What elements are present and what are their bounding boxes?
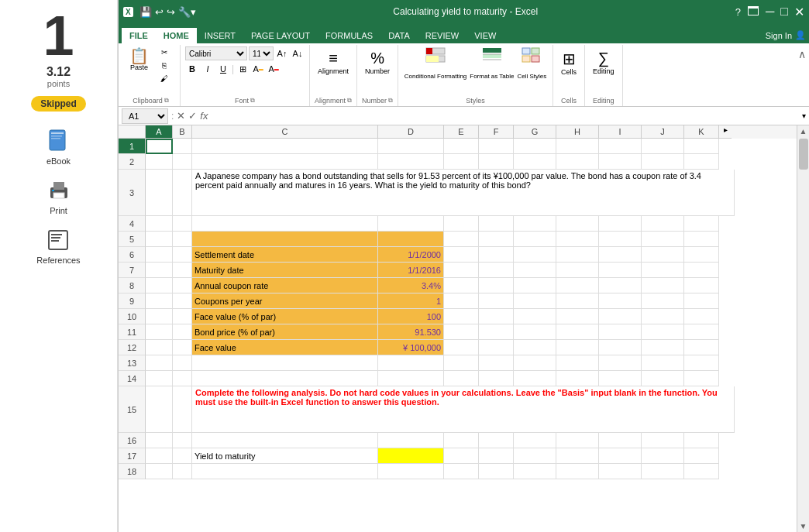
cell-g2[interactable] (514, 154, 556, 170)
cell-g18[interactable] (514, 464, 556, 479)
cell-b5[interactable] (173, 232, 192, 247)
bold-button[interactable]: B (185, 62, 199, 76)
cell-h11[interactable] (556, 324, 599, 340)
cell-j17[interactable] (642, 448, 684, 464)
cell-e1[interactable] (444, 139, 479, 154)
cell-i13[interactable] (599, 355, 642, 371)
tab-data[interactable]: DATA (380, 28, 418, 43)
clipboard-launcher-icon[interactable]: ⧉ (164, 97, 169, 105)
col-header-g[interactable]: G (514, 125, 556, 139)
cell-k17[interactable] (684, 448, 719, 464)
cell-b9[interactable] (173, 293, 192, 309)
cell-h10[interactable] (556, 309, 599, 324)
cell-f16[interactable] (479, 433, 514, 448)
cell-c11[interactable]: Bond price (% of par) (192, 324, 378, 340)
cell-f12[interactable] (479, 340, 514, 355)
cell-a5[interactable] (146, 232, 173, 247)
cell-d13[interactable] (378, 355, 444, 371)
cell-e12[interactable] (444, 340, 479, 355)
cell-e14[interactable] (444, 371, 479, 386)
cell-k1[interactable] (684, 139, 719, 154)
cell-d14[interactable] (378, 371, 444, 386)
cell-d12[interactable]: ¥ 100,000 (378, 340, 444, 355)
confirm-formula-button[interactable]: ✓ (188, 110, 197, 122)
cell-c13[interactable] (192, 355, 378, 371)
cell-b4[interactable] (173, 216, 192, 232)
cell-j18[interactable] (642, 464, 684, 479)
font-name-select[interactable]: Calibri (185, 46, 247, 60)
cell-h18[interactable] (556, 464, 599, 479)
font-color-button[interactable]: A▬ (267, 62, 281, 76)
cell-h8[interactable] (556, 278, 599, 293)
formula-input[interactable] (211, 111, 799, 122)
cell-g13[interactable] (514, 355, 556, 371)
cell-j13[interactable] (642, 355, 684, 371)
cell-j2[interactable] (642, 154, 684, 170)
close-button[interactable]: ✕ (794, 5, 804, 19)
col-header-j[interactable]: J (642, 125, 684, 139)
cell-i11[interactable] (599, 324, 642, 340)
col-header-b[interactable]: B (173, 125, 192, 139)
collapse-ribbon-button[interactable]: ∧ (798, 48, 806, 60)
cell-i16[interactable] (599, 433, 642, 448)
cell-i10[interactable] (599, 309, 642, 324)
col-header-h[interactable]: H (556, 125, 599, 139)
cell-f11[interactable] (479, 324, 514, 340)
cell-d7[interactable]: 1/1/2016 (378, 263, 444, 278)
increase-font-button[interactable]: A↑ (275, 46, 289, 60)
decrease-font-button[interactable]: A↓ (291, 46, 305, 60)
maximize-button[interactable]: □ (780, 5, 788, 19)
cell-b17[interactable] (173, 448, 192, 464)
cancel-formula-button[interactable]: ✕ (177, 110, 185, 122)
cell-e5[interactable] (444, 232, 479, 247)
cell-h16[interactable] (556, 433, 599, 448)
cell-f1[interactable] (479, 139, 514, 154)
undo-button[interactable]: ↩ (155, 6, 164, 18)
copy-button[interactable]: ⎘ (153, 60, 175, 71)
cell-i17[interactable] (599, 448, 642, 464)
cell-h17[interactable] (556, 448, 599, 464)
cell-h12[interactable] (556, 340, 599, 355)
tab-home[interactable]: HOME (156, 28, 197, 43)
cell-g7[interactable] (514, 263, 556, 278)
tab-page-layout[interactable]: PAGE LAYOUT (243, 28, 318, 43)
cell-a1[interactable] (146, 139, 173, 154)
font-size-select[interactable]: 11 (249, 46, 274, 60)
tab-formulas[interactable]: FORMULAS (318, 28, 380, 43)
customize-qa-button[interactable]: 🔧▾ (178, 6, 196, 18)
cell-i9[interactable] (599, 293, 642, 309)
cell-f17[interactable] (479, 448, 514, 464)
cut-button[interactable]: ✂ (153, 46, 175, 58)
cell-b6[interactable] (173, 247, 192, 263)
cell-g16[interactable] (514, 433, 556, 448)
cell-k8[interactable] (684, 278, 719, 293)
redo-button[interactable]: ↪ (167, 6, 175, 18)
alignment-launcher-icon[interactable]: ⧉ (347, 97, 352, 105)
cell-j8[interactable] (642, 278, 684, 293)
cell-styles-button[interactable]: Cell Styles (518, 46, 547, 81)
borders-button[interactable]: ⊞ (236, 62, 250, 76)
col-header-i[interactable]: I (599, 125, 642, 139)
cell-a17[interactable] (146, 448, 173, 464)
col-header-a[interactable]: A (146, 125, 173, 139)
cell-e18[interactable] (444, 464, 479, 479)
cell-f9[interactable] (479, 293, 514, 309)
cell-a4[interactable] (146, 216, 173, 232)
cell-c5[interactable] (192, 232, 378, 247)
cell-f6[interactable] (479, 247, 514, 263)
cell-g8[interactable] (514, 278, 556, 293)
cell-h2[interactable] (556, 154, 599, 170)
cell-c9[interactable]: Coupons per year (192, 293, 378, 309)
cell-f7[interactable] (479, 263, 514, 278)
cell-e9[interactable] (444, 293, 479, 309)
cell-c15[interactable]: Complete the following analysis. Do not … (192, 386, 735, 433)
cell-b8[interactable] (173, 278, 192, 293)
cell-k14[interactable] (684, 371, 719, 386)
tab-view[interactable]: VIEW (466, 28, 504, 43)
italic-button[interactable]: I (201, 62, 215, 76)
cell-i7[interactable] (599, 263, 642, 278)
cell-d10[interactable]: 100 (378, 309, 444, 324)
cell-g17[interactable] (514, 448, 556, 464)
cell-b10[interactable] (173, 309, 192, 324)
cell-f18[interactable] (479, 464, 514, 479)
